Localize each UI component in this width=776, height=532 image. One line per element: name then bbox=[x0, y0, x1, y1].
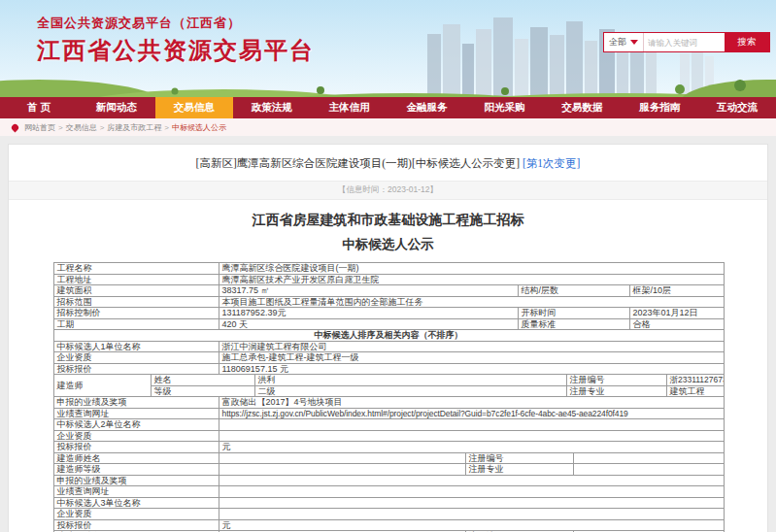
main-nav: 首 页 新闻动态 交易信息 政策法规 主体信用 金融服务 阳光采购 交易数据 服… bbox=[0, 97, 776, 118]
location-pin-icon bbox=[11, 122, 20, 132]
info-time: 【信息时间：2023-01-12】 bbox=[9, 181, 767, 200]
cell-label: 企业资质 bbox=[53, 430, 219, 442]
table-row: 等级 二级 注册专业 建筑工程 bbox=[53, 385, 724, 397]
nav-item-procurement[interactable]: 阳光采购 bbox=[465, 97, 543, 118]
cell-value: 建筑工程 bbox=[666, 385, 724, 397]
table-section-row: 中标候选人排序及相关内容（不排序） bbox=[53, 330, 724, 342]
cell-label: 注册专业 bbox=[566, 385, 666, 397]
change-notice-link[interactable]: [第1次变更] bbox=[523, 157, 580, 169]
cell-value: https://jzsc.jst.zj.gov.cn/PublicWeb/ind… bbox=[219, 408, 724, 419]
table-row: 中标候选人1单位名称浙江中润建筑工程有限公司 bbox=[53, 341, 724, 352]
breadcrumb-current: 中标候选人公示 bbox=[172, 122, 226, 133]
table-row: 建造师姓名注册编号 bbox=[53, 452, 724, 464]
nav-item-guide[interactable]: 服务指南 bbox=[621, 97, 698, 118]
announcement-table: 工程名称鹰潭高新区综合医院建设项目(一期) 工程地址鹰潭高新区技术产业开发区原白… bbox=[53, 262, 724, 532]
site-logo: 全国公共资源交易平台（江西省） 江西省公共资源交易平台 bbox=[37, 15, 315, 66]
cell-value: 洪利 bbox=[254, 375, 566, 386]
content-card: [高新区]鹰潭高新区综合医院建设项目(一期)[中标候选人公示变更] [第1次变更… bbox=[8, 144, 768, 532]
breadcrumb-separator: > bbox=[100, 123, 105, 132]
cell-label: 投标报价 bbox=[53, 442, 219, 453]
table-row: 申报的业绩及奖项富政储出【2017】4号地块项目 bbox=[53, 397, 724, 409]
cell-label: 申报的业绩及奖项 bbox=[53, 397, 219, 409]
cell-label: 申报的业绩及奖项 bbox=[53, 475, 219, 486]
breadcrumb-separator: > bbox=[58, 123, 63, 132]
cell-value bbox=[219, 452, 465, 464]
section-header: 中标候选人排序及相关内容（不排序） bbox=[53, 330, 724, 342]
cell-value: 鹰潭高新区技术产业开发区原白露卫生院 bbox=[219, 274, 724, 285]
cell-value: 2023年01月12日 bbox=[629, 308, 724, 319]
table-row: 招标范围本项目施工图纸及工程量清单范围内的全部施工任务 bbox=[53, 296, 724, 308]
nav-item-news[interactable]: 新闻动态 bbox=[78, 97, 155, 118]
table-row: 建筑面积38317.75 ㎡结构/层数框架/10层 bbox=[53, 285, 724, 297]
table-row: 企业资质 bbox=[53, 509, 724, 520]
cell-label: 企业资质 bbox=[53, 352, 219, 364]
cell-value: 二级 bbox=[254, 385, 566, 397]
cell-label: 等级 bbox=[151, 385, 254, 397]
doc-heading-sub: 中标候选人公示 bbox=[9, 236, 767, 253]
cell-label: 工程地址 bbox=[53, 274, 219, 285]
cell-value bbox=[219, 464, 465, 476]
cell-value: 131187952.39元 bbox=[219, 308, 518, 319]
table-row: 企业资质施工总承包-建筑工程-建筑工程一级 bbox=[53, 352, 724, 364]
cell-label: 注册编号 bbox=[465, 452, 573, 464]
search-icon bbox=[604, 33, 613, 42]
breadcrumb: 网站首页 > 交易信息 > 房建及市政工程 > 中标候选人公示 bbox=[0, 118, 776, 136]
search-button[interactable]: 搜索 bbox=[725, 33, 769, 51]
cell-value: 合格 bbox=[629, 318, 724, 330]
logo-subtitle: 全国公共资源交易平台（江西省） bbox=[37, 15, 315, 32]
cell-label: 中标候选人3单位名称 bbox=[53, 497, 219, 509]
cell-label: 开标时间 bbox=[518, 308, 629, 319]
breadcrumb-construction[interactable]: 房建及市政工程 bbox=[107, 122, 161, 133]
cell-value: 元 bbox=[219, 442, 724, 453]
article-title-row: [高新区]鹰潭高新区综合医院建设项目(一期)[中标候选人公示变更] [第1次变更… bbox=[9, 145, 767, 181]
cell-value bbox=[219, 486, 724, 498]
builder-info-table: 建造师 姓名 洪利 注册编号 浙233111276737 等级 二级 注册专业 … bbox=[53, 374, 725, 397]
table-row: 投标报价元 bbox=[53, 519, 724, 531]
article-title: [高新区]鹰潭高新区综合医院建设项目(一期)[中标候选人公示变更] bbox=[196, 157, 520, 169]
page: 全国公共资源交易平台（江西省） 江西省公共资源交易平台 全部 搜索 首 页 新闻… bbox=[0, 0, 776, 532]
nav-item-data[interactable]: 交易数据 bbox=[543, 97, 621, 118]
cell-value bbox=[573, 452, 724, 464]
cell-label: 招标范围 bbox=[53, 296, 219, 308]
nav-item-finance[interactable]: 金融服务 bbox=[388, 97, 466, 118]
cell-value: 38317.75 ㎡ bbox=[219, 285, 518, 297]
breadcrumb-separator: > bbox=[164, 123, 169, 132]
search-button-label: 搜索 bbox=[738, 36, 757, 49]
table-row: 投标报价118069157.15 元 bbox=[53, 363, 724, 375]
breadcrumb-home[interactable]: 网站首页 bbox=[24, 122, 55, 133]
cell-value bbox=[219, 497, 724, 509]
search-input[interactable] bbox=[644, 33, 725, 51]
cell-label: 招标控制价 bbox=[53, 308, 219, 319]
cell-value bbox=[219, 430, 724, 442]
nav-item-home[interactable]: 首 页 bbox=[0, 97, 78, 118]
nav-item-interaction[interactable]: 互动交流 bbox=[698, 97, 776, 118]
table-row: 投标报价元 bbox=[53, 442, 724, 453]
nav-item-credit[interactable]: 主体信用 bbox=[311, 97, 388, 118]
cell-label: 建造师 bbox=[53, 375, 151, 397]
cell-label: 工程名称 bbox=[53, 263, 219, 275]
cell-label: 注册专业 bbox=[465, 464, 573, 476]
nav-item-trade-info[interactable]: 交易信息 bbox=[155, 97, 233, 118]
doc-heading-main: 江西省房屋建筑和市政基础设施工程施工招标 bbox=[9, 212, 767, 229]
cell-value bbox=[219, 475, 724, 486]
cell-label: 质量标准 bbox=[518, 318, 629, 330]
nav-item-policy[interactable]: 政策法规 bbox=[233, 97, 311, 118]
table-row: 申报的业绩及奖项 bbox=[53, 475, 724, 486]
breadcrumb-trade-info[interactable]: 交易信息 bbox=[66, 122, 97, 133]
cell-value bbox=[219, 419, 724, 431]
cell-value: 浙233111276737 bbox=[666, 375, 724, 386]
table-row: 业绩查询网址 bbox=[53, 486, 724, 498]
cell-value: 118069157.15 元 bbox=[219, 363, 724, 375]
cell-value: 元 bbox=[219, 519, 724, 531]
cell-value bbox=[219, 509, 724, 520]
cell-label: 建造师等级 bbox=[53, 464, 219, 476]
search-bar: 全部 搜索 bbox=[603, 32, 770, 52]
chevron-down-icon bbox=[630, 40, 638, 45]
cell-label: 工期 bbox=[53, 318, 219, 330]
table-row: 建造师等级注册专业 bbox=[53, 464, 724, 476]
cell-label: 结构/层数 bbox=[518, 285, 629, 297]
table-row: 工程地址鹰潭高新区技术产业开发区原白露卫生院 bbox=[53, 274, 724, 285]
cell-label: 中标候选人2单位名称 bbox=[53, 419, 219, 431]
cell-value: 浙江中润建筑工程有限公司 bbox=[219, 341, 724, 352]
project-info-table: 工程名称鹰潭高新区综合医院建设项目(一期) 工程地址鹰潭高新区技术产业开发区原白… bbox=[53, 262, 725, 375]
